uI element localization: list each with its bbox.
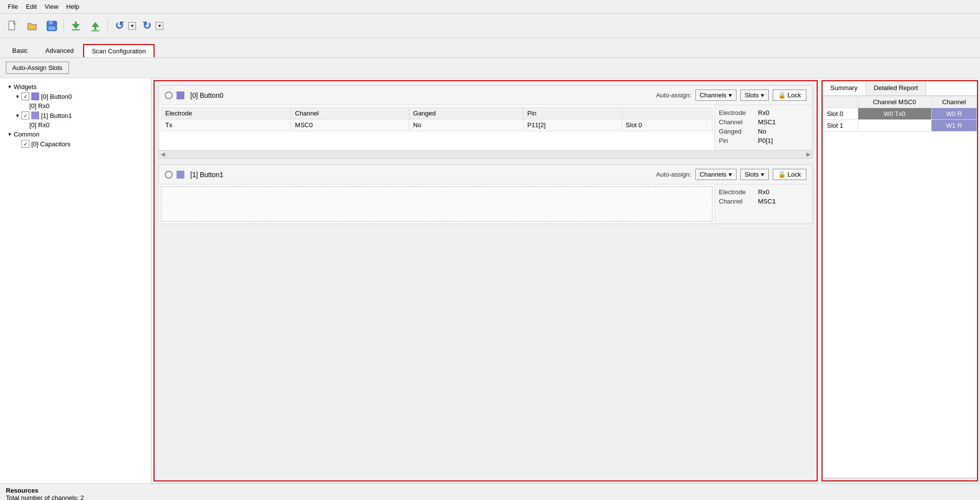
widget0-scroll-right[interactable]: ▶ [806,151,812,158]
resources-text: Total number of channels: 2 [6,494,974,500]
tab-basic[interactable]: Basic [4,44,36,57]
svg-rect-9 [91,30,99,31]
slot1-msc0 [858,120,931,132]
resources-bar: Resources Total number of channels: 2 [0,483,980,500]
summary-header-channel: Channel [931,96,977,108]
chevron-button1: ▾ [14,113,22,119]
upload-button[interactable] [87,17,104,35]
menu-help[interactable]: Help [62,2,83,11]
summary-scroll-left[interactable]: ◀ [824,478,828,481]
summary-row-slot1: Slot 1 W1 R [823,120,977,132]
undo-button[interactable]: ↺ [111,17,128,35]
slot0-channel: W0 R [931,108,977,120]
tree-button0-label: [0] Button0 [41,93,72,100]
widget1-detail: Electrode Rx0 Channel MSC1 [714,184,812,224]
cell-pin: P11[2] [523,119,622,131]
summary-tab-detailed[interactable]: Detailed Report [866,81,926,95]
new-button[interactable] [4,17,22,35]
channels1-chevron-icon: ▾ [729,171,732,178]
redo-dropdown[interactable]: ▾ [156,22,163,30]
slots-chevron-icon: ▾ [761,91,764,99]
summary-row-slot0: Slot 0 W0 Tx0 W0 R [823,108,977,120]
channels-chevron-icon: ▾ [729,91,732,99]
widget1-slots-dropdown[interactable]: Slots ▾ [740,169,769,180]
center-panel: [0] Button0 Auto-assign: Channels ▾ Slot… [154,80,818,481]
widget1-radio[interactable] [165,171,173,179]
tabs-bar: Basic Advanced Scan Configuration [0,38,980,58]
tab-scan-configuration[interactable]: Scan Configuration [83,44,155,57]
summary-table: Channel MSC0 Channel Slot 0 W0 Tx0 W0 R … [823,96,977,132]
chevron-widgets: ▾ [6,84,14,90]
detail-ganged-label: Ganged [719,128,758,135]
summary-scroll-right[interactable]: ▶ [971,478,975,481]
menu-file[interactable]: File [4,2,22,11]
toolbar-separator-2 [107,19,108,33]
detail-pin-row: Pin P0[1] [719,137,808,144]
col-channel: Channel [291,108,409,119]
swatch-button1 [31,112,39,119]
checkbox-button0[interactable] [22,92,29,100]
detail-ganged-value: No [758,128,766,135]
checkbox-button1[interactable] [22,112,29,119]
download-button[interactable] [67,17,85,35]
tree-common-label: Common [14,131,40,138]
col-electrode: Electrode [161,108,291,119]
slot0-msc0: W0 Tx0 [858,108,931,120]
widget0-channels-dropdown[interactable]: Channels ▾ [695,90,736,101]
auto-assign-slots-button[interactable]: Auto-Assign Slots [6,62,69,74]
summary-tab-summary[interactable]: Summary [823,81,866,95]
redo-button[interactable]: ↻ [138,17,156,35]
detail-channel-value: MSC1 [758,118,776,126]
widget1-channels-dropdown[interactable]: Channels ▾ [695,169,736,180]
tree-common[interactable]: ▾ Common [2,130,149,139]
widget0-detail: Electrode Rx0 Channel MSC1 Ganged No P [714,105,812,150]
tree-button1-rx0[interactable]: [0] Rx0 [2,120,149,130]
chevron-button0: ▾ [14,93,22,100]
tree-button1[interactable]: ▾ [1] Button1 [2,111,149,120]
widget0-slots-dropdown[interactable]: Slots ▾ [740,90,769,101]
open-button[interactable] [23,17,41,35]
lock-icon: 🔒 [778,91,786,99]
tree-button0-rx0[interactable]: [0] Rx0 [2,101,149,111]
widget1-lock-button[interactable]: 🔒 Lock [773,169,806,180]
widget1-swatch [177,171,184,179]
widget0-swatch [177,91,184,99]
svg-rect-6 [72,29,80,30]
summary-panel: Summary Detailed Report Channel MSC0 Cha… [822,80,978,481]
detail-pin-label: Pin [719,137,758,144]
undo-group: ↺ ▾ [111,17,136,35]
tree-button1-rx0-label: [0] Rx0 [29,121,49,129]
tree-button0[interactable]: ▾ [0] Button0 [2,91,149,101]
tree-widgets-label: Widgets [14,83,37,91]
widget0-header: [0] Button0 Auto-assign: Channels ▾ Slot… [159,86,812,105]
cell-electrode: Tx [161,119,291,131]
detail1-channel-value: MSC1 [758,198,776,205]
svg-rect-8 [94,27,96,30]
tab-advanced[interactable]: Advanced [37,44,82,57]
undo-dropdown[interactable]: ▾ [128,22,136,30]
summary-body: Channel MSC0 Channel Slot 0 W0 Tx0 W0 R … [823,96,977,477]
summary-header-msc0: Channel MSC0 [858,96,931,108]
tree-widgets[interactable]: ▾ Widgets [2,82,149,91]
widget0-lock-button[interactable]: 🔒 Lock [773,90,806,101]
detail1-electrode-label: Electrode [719,188,758,196]
widget1-auto-assign-label: Auto-assign: [656,171,691,178]
summary-scrollbar: ◀ ▶ [823,477,977,481]
summary-scroll-thumb[interactable] [830,480,969,482]
tree-capacitors[interactable]: [0] Capacitors [2,139,149,149]
menu-view[interactable]: View [41,2,62,11]
slot0-label: Slot 0 [823,108,858,120]
widget0-scroll-left[interactable]: ◀ [159,151,165,158]
widget1-title: [1] Button1 [190,171,652,179]
widget1-header: [1] Button1 Auto-assign: Channels ▾ Slot… [159,165,812,184]
slot1-label: Slot 1 [823,120,858,132]
checkbox-capacitors[interactable] [22,140,29,148]
widget0-radio[interactable] [165,91,173,99]
save-button[interactable] [43,17,61,35]
tree-panel: ▾ Widgets ▾ [0] Button0 [0] Rx0 ▾ [1] Bu… [0,78,152,483]
detail-channel-label: Channel [719,118,758,126]
col-slot [622,108,712,119]
cell-channel: MSC0 [291,119,409,131]
menu-edit[interactable]: Edit [22,2,41,11]
table-row[interactable]: Tx MSC0 No P11[2] Slot 0 [161,119,713,131]
